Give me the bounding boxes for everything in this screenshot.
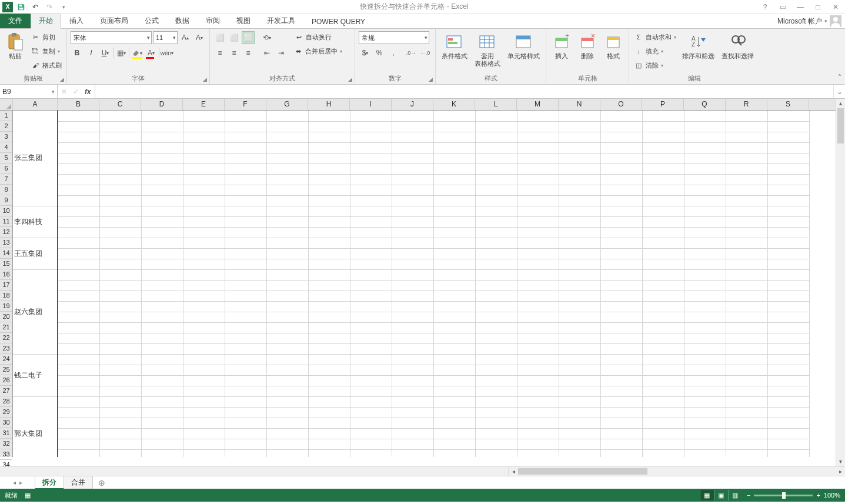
cell[interactable] [433, 322, 475, 333]
column-header[interactable]: F [225, 99, 266, 110]
cell[interactable] [225, 185, 266, 195]
cell[interactable] [99, 185, 141, 195]
column-header[interactable]: N [559, 99, 600, 110]
format-cells-button[interactable]: 格式 [602, 31, 625, 61]
cell[interactable] [600, 142, 642, 153]
cell[interactable] [141, 428, 183, 439]
cell[interactable] [266, 142, 308, 153]
cell[interactable] [433, 163, 475, 174]
cell[interactable] [99, 428, 141, 439]
cell[interactable] [308, 322, 350, 333]
maximize-icon[interactable]: □ [812, 3, 824, 11]
cell[interactable] [99, 269, 141, 280]
cell[interactable] [99, 248, 141, 259]
cell[interactable] [392, 354, 433, 365]
cell[interactable] [141, 174, 183, 185]
close-icon[interactable]: ✕ [830, 3, 841, 11]
cell[interactable] [183, 195, 225, 206]
row-header[interactable]: 20 [0, 312, 12, 322]
cell[interactable] [225, 280, 266, 291]
cell[interactable] [642, 449, 684, 457]
cell[interactable] [183, 396, 225, 407]
cell[interactable] [684, 418, 726, 428]
cell[interactable] [559, 354, 600, 365]
cell[interactable] [266, 185, 308, 195]
cell[interactable] [225, 428, 266, 439]
cell[interactable] [58, 216, 99, 227]
cell[interactable] [266, 121, 308, 132]
cell[interactable] [392, 259, 433, 269]
cell[interactable] [58, 375, 99, 386]
cell[interactable] [475, 153, 517, 163]
cell[interactable] [600, 185, 642, 195]
cell[interactable] [99, 238, 141, 248]
cell[interactable] [517, 375, 559, 386]
cell[interactable] [308, 206, 350, 216]
cell[interactable] [225, 111, 266, 121]
cell[interactable] [141, 142, 183, 153]
cell[interactable] [99, 418, 141, 428]
cell[interactable] [225, 163, 266, 174]
cell[interactable] [308, 291, 350, 301]
cell[interactable] [433, 365, 475, 375]
cell[interactable] [726, 439, 767, 449]
cell[interactable] [767, 322, 809, 333]
cell[interactable] [392, 121, 433, 132]
cell[interactable] [642, 291, 684, 301]
row-header[interactable]: 24 [0, 354, 12, 365]
cell[interactable] [433, 248, 475, 259]
cell[interactable] [726, 259, 767, 269]
cell[interactable] [767, 312, 809, 322]
autosum-button[interactable]: Σ自动求和▾ [633, 31, 677, 43]
cell[interactable] [475, 259, 517, 269]
sheet-next-icon[interactable]: ▸ [19, 479, 22, 486]
cell[interactable] [141, 407, 183, 418]
cell[interactable] [308, 142, 350, 153]
column-header[interactable]: J [392, 99, 433, 110]
cell[interactable] [58, 121, 99, 132]
cell[interactable] [392, 174, 433, 185]
tab-home[interactable]: 开始 [31, 14, 61, 28]
cell[interactable] [559, 132, 600, 142]
cell[interactable] [141, 291, 183, 301]
cell[interactable] [475, 333, 517, 343]
cell[interactable] [350, 269, 392, 280]
cell[interactable] [559, 333, 600, 343]
cell[interactable] [517, 386, 559, 396]
cell[interactable] [141, 238, 183, 248]
cell[interactable] [767, 386, 809, 396]
cell[interactable] [308, 375, 350, 386]
cell[interactable] [767, 407, 809, 418]
scroll-up-icon[interactable]: ▴ [836, 99, 845, 108]
decrease-indent-icon[interactable]: ⇤ [260, 46, 273, 59]
cell[interactable] [183, 132, 225, 142]
cell[interactable] [517, 132, 559, 142]
cell[interactable] [767, 132, 809, 142]
cell[interactable] [767, 185, 809, 195]
cell[interactable] [559, 121, 600, 132]
orientation-icon[interactable]: ⟲▾ [260, 31, 273, 44]
cell[interactable] [99, 195, 141, 206]
cell[interactable] [559, 439, 600, 449]
cell[interactable] [684, 365, 726, 375]
cell[interactable] [392, 269, 433, 280]
cell[interactable] [266, 259, 308, 269]
cell[interactable] [350, 259, 392, 269]
row-header[interactable]: 3 [0, 132, 12, 142]
cell[interactable] [475, 280, 517, 291]
cell[interactable] [141, 227, 183, 238]
cell[interactable] [475, 142, 517, 153]
minimize-icon[interactable]: — [794, 3, 806, 11]
cell[interactable] [642, 301, 684, 312]
cell[interactable] [225, 343, 266, 354]
cell[interactable] [600, 291, 642, 301]
cell[interactable] [600, 269, 642, 280]
sheet-tab-split[interactable]: 拆分 [35, 476, 64, 489]
cell[interactable] [225, 195, 266, 206]
cell[interactable] [559, 418, 600, 428]
cell[interactable] [517, 354, 559, 365]
cell[interactable] [266, 365, 308, 375]
cell[interactable] [475, 269, 517, 280]
cell[interactable] [350, 386, 392, 396]
cell[interactable] [99, 375, 141, 386]
